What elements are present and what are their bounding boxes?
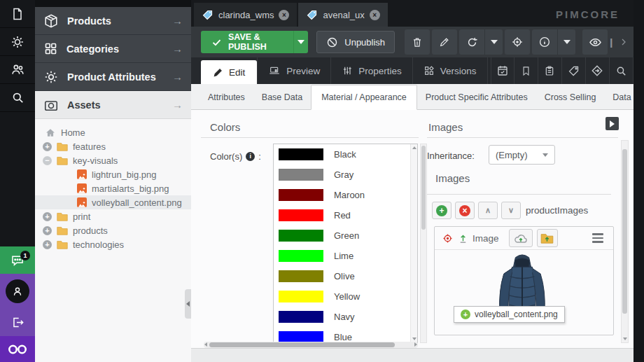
section-expand-button[interactable] xyxy=(606,117,619,130)
save-options-button[interactable] xyxy=(293,31,309,53)
color-multiselect-list[interactable]: Black Gray Maroon Red Green Lime Olive Y… xyxy=(273,144,418,343)
choose-from-assets-button[interactable] xyxy=(537,229,558,247)
tree-node-label: lightrun_big.png xyxy=(92,169,157,180)
grid-icon xyxy=(43,41,58,56)
search-nav-button[interactable] xyxy=(0,84,35,112)
delete-button[interactable] xyxy=(405,29,430,55)
tree-node-image[interactable]: martialarts_big.png xyxy=(35,181,191,195)
chat-button[interactable]: 1 xyxy=(0,246,35,274)
tree-node-folder[interactable]: technologies xyxy=(35,237,191,251)
unpublish-button[interactable]: Unpublish xyxy=(316,31,395,53)
color-option[interactable]: Yellow xyxy=(274,286,417,307)
reload-button[interactable] xyxy=(459,29,484,55)
add-image-button[interactable] xyxy=(432,202,451,219)
subtab-base-data[interactable]: Base Data xyxy=(253,85,311,109)
tree-node-folder[interactable]: features xyxy=(35,139,191,153)
panel-collapse-handle[interactable] xyxy=(185,289,191,319)
image-field-body[interactable]: volleyball_content.png pimcore xyxy=(435,250,613,335)
tab-edit[interactable]: Edit xyxy=(201,60,257,84)
subtab-product-specific[interactable]: Product Specific Attributes xyxy=(417,85,536,109)
tree-node-image-selected[interactable]: volleyball_content.png xyxy=(35,195,191,209)
scroll-thumb[interactable] xyxy=(622,149,627,314)
camera-icon xyxy=(43,97,59,113)
move-up-button[interactable]: ∧ xyxy=(478,202,498,219)
images-pane-scrollbar[interactable] xyxy=(621,140,629,343)
settings-nav-button[interactable] xyxy=(0,28,35,56)
sidebar-item-assets[interactable]: Assets → xyxy=(35,91,191,119)
color-option[interactable]: Blue xyxy=(274,327,417,343)
profile-button[interactable] xyxy=(0,274,35,309)
tab-properties[interactable]: Properties xyxy=(331,57,413,84)
tags-button[interactable] xyxy=(562,57,586,84)
pimcore-wordmark: PIMCORE xyxy=(556,8,620,20)
collapse-minus-icon[interactable] xyxy=(43,156,52,165)
locate-in-tree-button[interactable] xyxy=(505,29,530,55)
sidebar-item-categories[interactable]: Categories → xyxy=(35,35,191,63)
sidebar-item-product-attributes[interactable]: Product Attributes → xyxy=(35,63,191,91)
remove-image-button[interactable] xyxy=(455,202,475,219)
search-inline-button[interactable] xyxy=(610,57,634,84)
sidebar-item-products[interactable]: Products → xyxy=(35,7,191,35)
tree-node-folder[interactable]: key-visuals xyxy=(35,153,191,167)
info-options-button[interactable] xyxy=(557,29,575,55)
tree-node-image[interactable]: lightrun_big.png xyxy=(35,167,191,181)
color-name: Maroon xyxy=(334,190,365,200)
colors-pane-scrollbar[interactable] xyxy=(420,144,427,343)
color-option[interactable]: Navy xyxy=(274,307,417,327)
color-option[interactable]: Red xyxy=(274,205,417,225)
logout-icon xyxy=(11,316,24,329)
expand-plus-icon[interactable] xyxy=(43,212,52,221)
color-option[interactable]: Black xyxy=(274,144,417,165)
workflow-button[interactable] xyxy=(586,57,610,84)
gear-icon xyxy=(43,69,59,85)
list-vertical-scrollbar[interactable] xyxy=(410,144,417,342)
color-option[interactable]: Lime xyxy=(274,246,417,266)
rename-button[interactable] xyxy=(432,29,457,55)
bookmark-button[interactable] xyxy=(514,57,538,84)
doc-tab-avenal-ux[interactable]: avenal_ux xyxy=(298,3,387,27)
inheritance-value: (Empty) xyxy=(496,150,528,160)
logout-button[interactable] xyxy=(0,309,35,336)
color-option[interactable]: Green xyxy=(274,225,417,246)
save-publish-button[interactable]: SAVE & PUBLISH xyxy=(201,31,293,53)
tag-icon xyxy=(202,9,214,21)
expand-plus-icon[interactable] xyxy=(43,142,52,151)
move-down-button[interactable]: ∨ xyxy=(501,202,521,219)
reload-options-button[interactable] xyxy=(484,29,503,55)
color-option[interactable]: Gray xyxy=(274,165,417,185)
horizontal-scrollbar[interactable] xyxy=(204,342,418,348)
users-nav-button[interactable] xyxy=(0,56,35,84)
color-swatch xyxy=(279,209,323,221)
images-group-title: Images xyxy=(435,172,470,184)
subtab-material-appearance[interactable]: Material / Appearance xyxy=(311,85,417,110)
scroll-thumb[interactable] xyxy=(421,146,426,230)
close-icon[interactable] xyxy=(370,10,380,20)
toolbar-overflow-scroller[interactable]: ❙ xyxy=(608,37,628,48)
tooltip-info-icon[interactable] xyxy=(246,152,255,161)
upload-from-computer-button[interactable] xyxy=(509,229,533,247)
tree-node-folder[interactable]: print xyxy=(35,209,191,223)
menu-icon[interactable] xyxy=(589,230,606,246)
tab-preview[interactable]: Preview xyxy=(257,57,331,84)
documents-nav-button[interactable] xyxy=(0,0,35,28)
expand-plus-icon[interactable] xyxy=(43,226,52,235)
color-name: Lime xyxy=(334,251,354,261)
doc-tab-clarinda-wms[interactable]: clarinda_wms xyxy=(194,3,297,27)
tree-node-home[interactable]: Home xyxy=(35,125,191,139)
color-option[interactable]: Maroon xyxy=(274,185,417,205)
subtab-cross-selling[interactable]: Cross Selling xyxy=(536,85,605,109)
subtab-attributes[interactable]: Attributes xyxy=(200,85,253,109)
schedule-button[interactable] xyxy=(491,57,514,84)
close-icon[interactable] xyxy=(279,10,289,20)
color-option[interactable]: Olive xyxy=(274,266,417,286)
tab-versions[interactable]: Versions xyxy=(413,57,488,84)
expand-plus-icon[interactable] xyxy=(43,240,52,249)
pencil-icon xyxy=(213,67,223,78)
pimcore-logo-button[interactable] xyxy=(0,336,35,362)
info-button[interactable] xyxy=(532,29,557,55)
open-preview-button[interactable] xyxy=(582,29,608,55)
inheritance-select[interactable]: (Empty) xyxy=(489,145,555,165)
notes-events-button[interactable] xyxy=(538,57,562,84)
tree-node-folder[interactable]: products xyxy=(35,223,191,237)
horizontal-scroll-thumb[interactable] xyxy=(209,342,395,347)
